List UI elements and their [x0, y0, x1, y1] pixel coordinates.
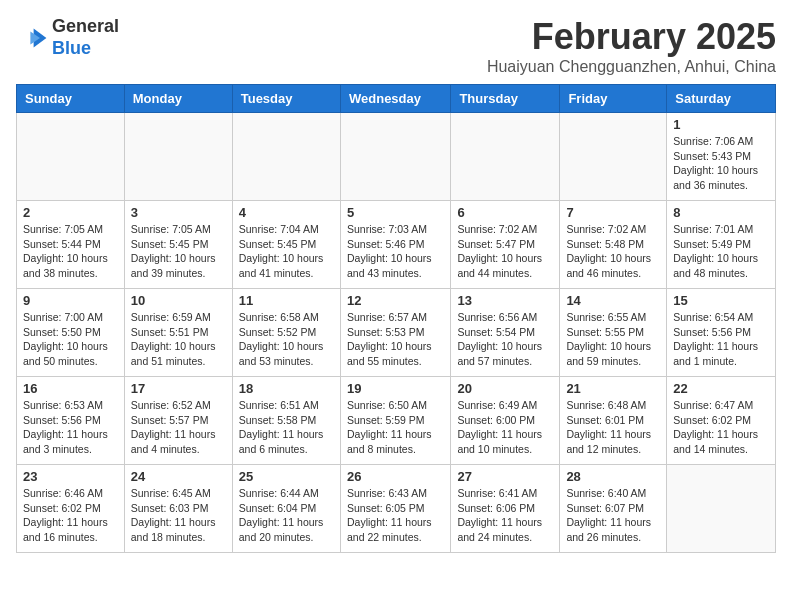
calendar-table: SundayMondayTuesdayWednesdayThursdayFrid… [16, 84, 776, 553]
day-info: Sunrise: 6:43 AM Sunset: 6:05 PM Dayligh… [347, 486, 444, 545]
title-block: February 2025 Huaiyuan Chengguanzhen, An… [487, 16, 776, 76]
day-number: 6 [457, 205, 553, 220]
weekday-header-saturday: Saturday [667, 85, 776, 113]
day-number: 23 [23, 469, 118, 484]
day-number: 21 [566, 381, 660, 396]
day-info: Sunrise: 6:44 AM Sunset: 6:04 PM Dayligh… [239, 486, 334, 545]
calendar-cell [667, 465, 776, 553]
weekday-header-tuesday: Tuesday [232, 85, 340, 113]
month-title: February 2025 [487, 16, 776, 58]
calendar-cell: 10Sunrise: 6:59 AM Sunset: 5:51 PM Dayli… [124, 289, 232, 377]
weekday-header-row: SundayMondayTuesdayWednesdayThursdayFrid… [17, 85, 776, 113]
calendar-cell: 21Sunrise: 6:48 AM Sunset: 6:01 PM Dayli… [560, 377, 667, 465]
calendar-cell: 2Sunrise: 7:05 AM Sunset: 5:44 PM Daylig… [17, 201, 125, 289]
calendar-cell: 20Sunrise: 6:49 AM Sunset: 6:00 PM Dayli… [451, 377, 560, 465]
page-header: General Blue February 2025 Huaiyuan Chen… [16, 16, 776, 76]
day-number: 7 [566, 205, 660, 220]
calendar-cell: 6Sunrise: 7:02 AM Sunset: 5:47 PM Daylig… [451, 201, 560, 289]
day-number: 8 [673, 205, 769, 220]
day-info: Sunrise: 7:05 AM Sunset: 5:45 PM Dayligh… [131, 222, 226, 281]
calendar-cell: 5Sunrise: 7:03 AM Sunset: 5:46 PM Daylig… [340, 201, 450, 289]
day-number: 26 [347, 469, 444, 484]
day-info: Sunrise: 6:51 AM Sunset: 5:58 PM Dayligh… [239, 398, 334, 457]
day-number: 18 [239, 381, 334, 396]
calendar-cell: 25Sunrise: 6:44 AM Sunset: 6:04 PM Dayli… [232, 465, 340, 553]
day-number: 1 [673, 117, 769, 132]
calendar-cell [340, 113, 450, 201]
calendar-cell: 7Sunrise: 7:02 AM Sunset: 5:48 PM Daylig… [560, 201, 667, 289]
calendar-week-3: 16Sunrise: 6:53 AM Sunset: 5:56 PM Dayli… [17, 377, 776, 465]
calendar-cell: 19Sunrise: 6:50 AM Sunset: 5:59 PM Dayli… [340, 377, 450, 465]
weekday-header-monday: Monday [124, 85, 232, 113]
day-number: 9 [23, 293, 118, 308]
day-info: Sunrise: 6:55 AM Sunset: 5:55 PM Dayligh… [566, 310, 660, 369]
day-number: 4 [239, 205, 334, 220]
calendar-cell: 9Sunrise: 7:00 AM Sunset: 5:50 PM Daylig… [17, 289, 125, 377]
day-info: Sunrise: 6:58 AM Sunset: 5:52 PM Dayligh… [239, 310, 334, 369]
day-number: 20 [457, 381, 553, 396]
day-info: Sunrise: 6:56 AM Sunset: 5:54 PM Dayligh… [457, 310, 553, 369]
calendar-cell: 8Sunrise: 7:01 AM Sunset: 5:49 PM Daylig… [667, 201, 776, 289]
day-number: 12 [347, 293, 444, 308]
day-info: Sunrise: 7:04 AM Sunset: 5:45 PM Dayligh… [239, 222, 334, 281]
day-number: 25 [239, 469, 334, 484]
calendar-cell: 15Sunrise: 6:54 AM Sunset: 5:56 PM Dayli… [667, 289, 776, 377]
day-number: 15 [673, 293, 769, 308]
calendar-cell: 22Sunrise: 6:47 AM Sunset: 6:02 PM Dayli… [667, 377, 776, 465]
logo-icon [16, 22, 48, 54]
logo-line1: General [52, 16, 119, 38]
calendar-cell: 16Sunrise: 6:53 AM Sunset: 5:56 PM Dayli… [17, 377, 125, 465]
location-title: Huaiyuan Chengguanzhen, Anhui, China [487, 58, 776, 76]
day-info: Sunrise: 6:50 AM Sunset: 5:59 PM Dayligh… [347, 398, 444, 457]
calendar-body: 1Sunrise: 7:06 AM Sunset: 5:43 PM Daylig… [17, 113, 776, 553]
day-info: Sunrise: 7:02 AM Sunset: 5:47 PM Dayligh… [457, 222, 553, 281]
day-number: 14 [566, 293, 660, 308]
calendar-cell: 3Sunrise: 7:05 AM Sunset: 5:45 PM Daylig… [124, 201, 232, 289]
day-info: Sunrise: 7:00 AM Sunset: 5:50 PM Dayligh… [23, 310, 118, 369]
calendar-cell [451, 113, 560, 201]
day-info: Sunrise: 7:01 AM Sunset: 5:49 PM Dayligh… [673, 222, 769, 281]
weekday-header-friday: Friday [560, 85, 667, 113]
day-info: Sunrise: 6:48 AM Sunset: 6:01 PM Dayligh… [566, 398, 660, 457]
calendar-cell: 11Sunrise: 6:58 AM Sunset: 5:52 PM Dayli… [232, 289, 340, 377]
calendar-cell: 14Sunrise: 6:55 AM Sunset: 5:55 PM Dayli… [560, 289, 667, 377]
day-number: 13 [457, 293, 553, 308]
calendar-cell: 4Sunrise: 7:04 AM Sunset: 5:45 PM Daylig… [232, 201, 340, 289]
calendar-cell: 23Sunrise: 6:46 AM Sunset: 6:02 PM Dayli… [17, 465, 125, 553]
day-info: Sunrise: 6:40 AM Sunset: 6:07 PM Dayligh… [566, 486, 660, 545]
calendar-cell: 12Sunrise: 6:57 AM Sunset: 5:53 PM Dayli… [340, 289, 450, 377]
calendar-week-0: 1Sunrise: 7:06 AM Sunset: 5:43 PM Daylig… [17, 113, 776, 201]
logo-text-general: General [52, 16, 119, 36]
day-number: 27 [457, 469, 553, 484]
day-info: Sunrise: 6:45 AM Sunset: 6:03 PM Dayligh… [131, 486, 226, 545]
day-info: Sunrise: 6:47 AM Sunset: 6:02 PM Dayligh… [673, 398, 769, 457]
calendar-cell: 17Sunrise: 6:52 AM Sunset: 5:57 PM Dayli… [124, 377, 232, 465]
day-info: Sunrise: 7:05 AM Sunset: 5:44 PM Dayligh… [23, 222, 118, 281]
day-info: Sunrise: 6:53 AM Sunset: 5:56 PM Dayligh… [23, 398, 118, 457]
calendar-cell: 1Sunrise: 7:06 AM Sunset: 5:43 PM Daylig… [667, 113, 776, 201]
day-info: Sunrise: 6:46 AM Sunset: 6:02 PM Dayligh… [23, 486, 118, 545]
day-info: Sunrise: 6:52 AM Sunset: 5:57 PM Dayligh… [131, 398, 226, 457]
day-number: 10 [131, 293, 226, 308]
day-number: 16 [23, 381, 118, 396]
day-info: Sunrise: 7:02 AM Sunset: 5:48 PM Dayligh… [566, 222, 660, 281]
calendar-header: SundayMondayTuesdayWednesdayThursdayFrid… [17, 85, 776, 113]
day-info: Sunrise: 6:59 AM Sunset: 5:51 PM Dayligh… [131, 310, 226, 369]
calendar-cell [124, 113, 232, 201]
calendar-week-4: 23Sunrise: 6:46 AM Sunset: 6:02 PM Dayli… [17, 465, 776, 553]
day-number: 17 [131, 381, 226, 396]
day-info: Sunrise: 6:54 AM Sunset: 5:56 PM Dayligh… [673, 310, 769, 369]
logo-text-blue: Blue [52, 38, 91, 58]
calendar-cell: 27Sunrise: 6:41 AM Sunset: 6:06 PM Dayli… [451, 465, 560, 553]
weekday-header-thursday: Thursday [451, 85, 560, 113]
day-info: Sunrise: 7:06 AM Sunset: 5:43 PM Dayligh… [673, 134, 769, 193]
day-info: Sunrise: 6:41 AM Sunset: 6:06 PM Dayligh… [457, 486, 553, 545]
day-number: 28 [566, 469, 660, 484]
calendar-cell [560, 113, 667, 201]
day-info: Sunrise: 6:57 AM Sunset: 5:53 PM Dayligh… [347, 310, 444, 369]
day-info: Sunrise: 6:49 AM Sunset: 6:00 PM Dayligh… [457, 398, 553, 457]
day-number: 11 [239, 293, 334, 308]
calendar-cell: 13Sunrise: 6:56 AM Sunset: 5:54 PM Dayli… [451, 289, 560, 377]
weekday-header-wednesday: Wednesday [340, 85, 450, 113]
logo: General Blue [16, 16, 119, 59]
